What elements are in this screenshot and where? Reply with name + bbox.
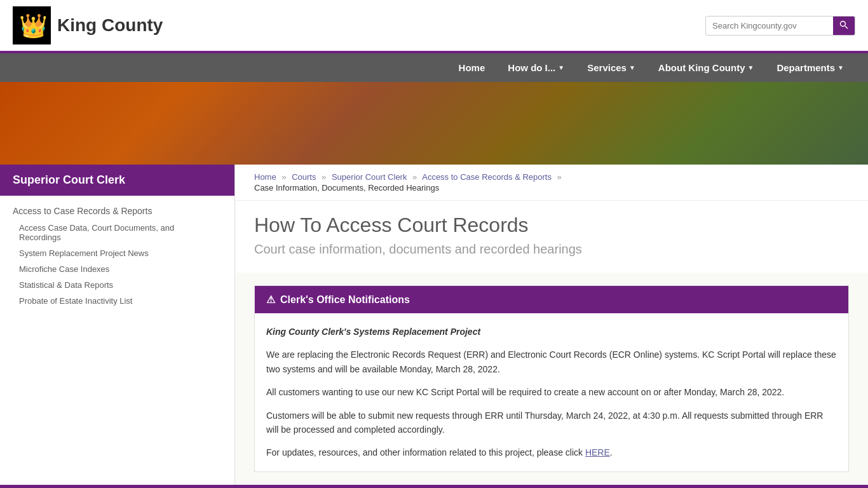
search-bar[interactable] (705, 16, 855, 36)
nav-home[interactable]: Home (447, 53, 497, 82)
svg-text:👑: 👑 (19, 12, 48, 39)
main-nav: Home How do I... ▼ Services ▼ About King… (0, 53, 868, 82)
nav-services[interactable]: Services ▼ (576, 53, 647, 82)
sidebar-nav: Access to Case Records & Reports Access … (0, 196, 234, 315)
breadcrumb-superior-court-clerk[interactable]: Superior Court Clerk (332, 172, 407, 182)
notification-title: King County Clerk's Systems Replacement … (266, 325, 837, 339)
page-title: How To Access Court Records (254, 214, 849, 237)
logo-area: 👑 King County (13, 6, 163, 44)
notification-box: ⚠ Clerk's Office Notifications King Coun… (254, 285, 849, 472)
notification-header-text: Clerk's Office Notifications (280, 294, 410, 306)
logo-text: King County (57, 15, 163, 36)
logo-box: 👑 (13, 6, 51, 44)
chevron-down-icon: ▼ (629, 64, 635, 71)
sidebar-title: Superior Court Clerk (0, 165, 234, 196)
breadcrumb-sep-2: » (322, 172, 326, 182)
chevron-down-icon: ▼ (558, 64, 564, 71)
notification-para-3: Customers will be able to submit new req… (266, 409, 837, 437)
breadcrumb-sep-1: » (281, 172, 286, 182)
site-footer: Information for... Do more online Get he… (0, 485, 868, 488)
page-title-area: How To Access Court Records Court case i… (235, 201, 868, 273)
breadcrumb-bar: Home » Courts » Superior Court Clerk » A… (235, 165, 868, 201)
sidebar-item-probate[interactable]: Probate of Estate Inactivity List (0, 293, 234, 309)
here-link[interactable]: HERE (585, 447, 610, 458)
nav-how-do-i[interactable]: How do I... ▼ (496, 53, 576, 82)
sidebar: Superior Court Clerk Access to Case Reco… (0, 165, 235, 485)
notification-para-1: We are replacing the Electronic Records … (266, 348, 837, 376)
site-header: 👑 King County (0, 0, 868, 53)
page-subtitle: Court case information, documents and re… (254, 242, 849, 257)
notification-header: ⚠ Clerk's Office Notifications (255, 286, 848, 313)
sidebar-item-access-case-data[interactable]: Access Case Data, Court Documents, and R… (0, 220, 234, 245)
breadcrumb-courts[interactable]: Courts (292, 172, 316, 182)
breadcrumb-home[interactable]: Home (254, 172, 276, 182)
breadcrumb-access-records[interactable]: Access to Case Records & Reports (422, 172, 552, 182)
svg-point-2 (841, 21, 846, 26)
notification-body: King County Clerk's Systems Replacement … (255, 313, 848, 471)
chevron-down-icon: ▼ (837, 64, 844, 71)
sidebar-item-system-replacement[interactable]: System Replacement Project News (0, 245, 234, 261)
search-button[interactable] (833, 17, 855, 35)
sidebar-item-access-records[interactable]: Access to Case Records & Reports (0, 202, 234, 220)
breadcrumb-current: Case Information, Documents, Recorded He… (254, 183, 849, 193)
nav-departments[interactable]: Departments ▼ (765, 53, 855, 82)
sidebar-item-microfiche[interactable]: Microfiche Case Indexes (0, 261, 234, 277)
breadcrumb-sep-4: » (557, 172, 562, 182)
hero-banner (0, 82, 868, 165)
svg-line-3 (845, 26, 848, 29)
search-input[interactable] (706, 17, 833, 34)
notification-para-2: All customers wanting to use our new KC … (266, 385, 837, 399)
notification-area: ⚠ Clerk's Office Notifications King Coun… (235, 273, 868, 485)
warning-icon: ⚠ (266, 294, 275, 306)
notification-para-4: For updates, resources, and other inform… (266, 445, 837, 459)
breadcrumb-sep-3: » (412, 172, 417, 182)
sidebar-item-statistical-data[interactable]: Statistical & Data Reports (0, 277, 234, 293)
nav-about[interactable]: About King County ▼ (647, 53, 766, 82)
main-container: Superior Court Clerk Access to Case Reco… (0, 165, 868, 485)
breadcrumb: Home » Courts » Superior Court Clerk » A… (254, 172, 849, 193)
chevron-down-icon: ▼ (747, 64, 754, 71)
main-content: Home » Courts » Superior Court Clerk » A… (235, 165, 868, 485)
